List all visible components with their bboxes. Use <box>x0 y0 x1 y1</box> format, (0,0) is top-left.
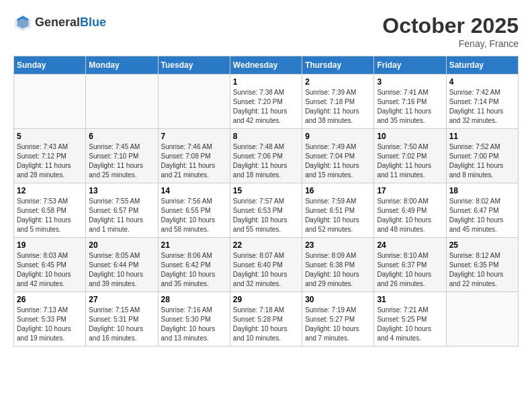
calendar-cell-w2-d2: 6Sunrise: 7:45 AM Sunset: 7:10 PM Daylig… <box>86 129 158 183</box>
day-info: Sunrise: 8:00 AM Sunset: 6:49 PM Dayligh… <box>377 197 443 234</box>
day-number: 10 <box>377 132 443 141</box>
day-number: 24 <box>377 240 443 250</box>
calendar-cell-w1-d4: 1Sunrise: 7:38 AM Sunset: 7:20 PM Daylig… <box>230 75 302 129</box>
day-info: Sunrise: 7:21 AM Sunset: 5:25 PM Dayligh… <box>377 306 443 343</box>
day-info: Sunrise: 7:15 AM Sunset: 5:31 PM Dayligh… <box>89 306 154 343</box>
logo-blue: Blue <box>80 15 106 29</box>
calendar-cell-w2-d7: 11Sunrise: 7:52 AM Sunset: 7:00 PM Dayli… <box>446 129 518 183</box>
calendar-cell-w5-d1: 26Sunrise: 7:13 AM Sunset: 5:33 PM Dayli… <box>14 292 86 347</box>
calendar-cell-w4-d5: 23Sunrise: 8:09 AM Sunset: 6:38 PM Dayli… <box>302 238 374 292</box>
day-number: 27 <box>89 295 154 304</box>
calendar-cell-w4-d1: 19Sunrise: 8:03 AM Sunset: 6:45 PM Dayli… <box>14 238 86 292</box>
day-number: 19 <box>17 240 83 250</box>
col-friday: Friday <box>374 56 446 75</box>
day-number: 25 <box>449 240 515 250</box>
day-info: Sunrise: 7:16 AM Sunset: 5:30 PM Dayligh… <box>161 306 227 343</box>
day-number: 9 <box>305 132 371 141</box>
logo-icon <box>13 13 32 32</box>
day-number: 15 <box>233 186 299 195</box>
day-info: Sunrise: 7:42 AM Sunset: 7:14 PM Dayligh… <box>449 88 515 126</box>
location: Fenay, France <box>382 38 519 49</box>
calendar-cell-w2-d5: 9Sunrise: 7:49 AM Sunset: 7:04 PM Daylig… <box>302 129 374 183</box>
calendar-week-3: 12Sunrise: 7:53 AM Sunset: 6:58 PM Dayli… <box>14 183 519 238</box>
day-info: Sunrise: 8:05 AM Sunset: 6:44 PM Dayligh… <box>89 251 154 289</box>
day-number: 2 <box>305 77 371 87</box>
day-number: 14 <box>161 186 227 195</box>
day-info: Sunrise: 7:13 AM Sunset: 5:33 PM Dayligh… <box>17 306 83 343</box>
day-number: 12 <box>17 186 83 195</box>
day-info: Sunrise: 7:19 AM Sunset: 5:27 PM Dayligh… <box>305 306 371 343</box>
calendar-cell-w3-d7: 18Sunrise: 8:02 AM Sunset: 6:47 PM Dayli… <box>446 183 518 238</box>
day-number: 11 <box>449 132 515 141</box>
calendar-cell-w4-d7: 25Sunrise: 8:12 AM Sunset: 6:35 PM Dayli… <box>446 238 518 292</box>
day-info: Sunrise: 7:38 AM Sunset: 7:20 PM Dayligh… <box>233 88 299 126</box>
calendar-cell-w3-d5: 16Sunrise: 7:59 AM Sunset: 6:51 PM Dayli… <box>302 183 374 238</box>
calendar-cell-w4-d2: 20Sunrise: 8:05 AM Sunset: 6:44 PM Dayli… <box>86 238 158 292</box>
day-number: 26 <box>17 295 83 304</box>
calendar-cell-w2-d4: 8Sunrise: 7:48 AM Sunset: 7:06 PM Daylig… <box>230 129 302 183</box>
title-block: October 2025 Fenay, France <box>382 13 519 49</box>
day-info: Sunrise: 7:56 AM Sunset: 6:55 PM Dayligh… <box>161 197 227 234</box>
day-number: 1 <box>233 77 299 87</box>
col-monday: Monday <box>86 56 158 75</box>
logo-general: General <box>35 15 80 29</box>
day-info: Sunrise: 8:10 AM Sunset: 6:37 PM Dayligh… <box>377 251 443 289</box>
day-number: 5 <box>17 132 83 141</box>
day-number: 23 <box>305 240 371 250</box>
logo-text-block: GeneralBlue <box>35 16 106 30</box>
col-saturday: Saturday <box>446 56 518 75</box>
calendar: Sunday Monday Tuesday Wednesday Thursday… <box>13 56 519 347</box>
day-number: 16 <box>305 186 371 195</box>
col-tuesday: Tuesday <box>158 56 230 75</box>
calendar-cell-w5-d2: 27Sunrise: 7:15 AM Sunset: 5:31 PM Dayli… <box>86 292 158 347</box>
calendar-week-1: 1Sunrise: 7:38 AM Sunset: 7:20 PM Daylig… <box>14 75 519 129</box>
calendar-cell-w3-d2: 13Sunrise: 7:55 AM Sunset: 6:57 PM Dayli… <box>86 183 158 238</box>
col-thursday: Thursday <box>302 56 374 75</box>
day-info: Sunrise: 7:45 AM Sunset: 7:10 PM Dayligh… <box>89 142 154 180</box>
page-header: GeneralBlue October 2025 Fenay, France <box>13 13 519 49</box>
calendar-cell-w5-d7 <box>446 292 518 347</box>
day-number: 18 <box>449 186 515 195</box>
day-number: 4 <box>449 77 515 87</box>
day-number: 17 <box>377 186 443 195</box>
calendar-cell-w1-d3 <box>158 75 230 129</box>
calendar-cell-w3-d3: 14Sunrise: 7:56 AM Sunset: 6:55 PM Dayli… <box>158 183 230 238</box>
calendar-cell-w1-d6: 3Sunrise: 7:41 AM Sunset: 7:16 PM Daylig… <box>374 75 446 129</box>
day-info: Sunrise: 7:53 AM Sunset: 6:58 PM Dayligh… <box>17 197 83 234</box>
day-info: Sunrise: 8:12 AM Sunset: 6:35 PM Dayligh… <box>449 251 515 289</box>
calendar-cell-w3-d4: 15Sunrise: 7:57 AM Sunset: 6:53 PM Dayli… <box>230 183 302 238</box>
day-number: 31 <box>377 295 443 304</box>
calendar-week-5: 26Sunrise: 7:13 AM Sunset: 5:33 PM Dayli… <box>14 292 519 347</box>
calendar-cell-w1-d7: 4Sunrise: 7:42 AM Sunset: 7:14 PM Daylig… <box>446 75 518 129</box>
calendar-cell-w4-d6: 24Sunrise: 8:10 AM Sunset: 6:37 PM Dayli… <box>374 238 446 292</box>
calendar-cell-w5-d3: 28Sunrise: 7:16 AM Sunset: 5:30 PM Dayli… <box>158 292 230 347</box>
day-number: 28 <box>161 295 227 304</box>
day-number: 3 <box>377 77 443 87</box>
day-number: 20 <box>89 240 154 250</box>
day-info: Sunrise: 7:41 AM Sunset: 7:16 PM Dayligh… <box>377 88 443 126</box>
day-info: Sunrise: 7:55 AM Sunset: 6:57 PM Dayligh… <box>89 197 154 234</box>
day-number: 13 <box>89 186 154 195</box>
calendar-cell-w5-d6: 31Sunrise: 7:21 AM Sunset: 5:25 PM Dayli… <box>374 292 446 347</box>
day-info: Sunrise: 7:50 AM Sunset: 7:02 PM Dayligh… <box>377 142 443 180</box>
day-number: 30 <box>305 295 371 304</box>
day-info: Sunrise: 7:18 AM Sunset: 5:28 PM Dayligh… <box>233 306 299 343</box>
col-wednesday: Wednesday <box>230 56 302 75</box>
day-number: 8 <box>233 132 299 141</box>
calendar-week-2: 5Sunrise: 7:43 AM Sunset: 7:12 PM Daylig… <box>14 129 519 183</box>
day-info: Sunrise: 7:52 AM Sunset: 7:00 PM Dayligh… <box>449 142 515 180</box>
day-number: 7 <box>161 132 227 141</box>
calendar-cell-w4-d4: 22Sunrise: 8:07 AM Sunset: 6:40 PM Dayli… <box>230 238 302 292</box>
calendar-cell-w3-d1: 12Sunrise: 7:53 AM Sunset: 6:58 PM Dayli… <box>14 183 86 238</box>
calendar-cell-w3-d6: 17Sunrise: 8:00 AM Sunset: 6:49 PM Dayli… <box>374 183 446 238</box>
calendar-cell-w1-d1 <box>14 75 86 129</box>
day-number: 22 <box>233 240 299 250</box>
day-info: Sunrise: 8:06 AM Sunset: 6:42 PM Dayligh… <box>161 251 227 289</box>
day-info: Sunrise: 7:48 AM Sunset: 7:06 PM Dayligh… <box>233 142 299 180</box>
calendar-header-row: Sunday Monday Tuesday Wednesday Thursday… <box>14 56 519 75</box>
day-info: Sunrise: 8:07 AM Sunset: 6:40 PM Dayligh… <box>233 251 299 289</box>
calendar-cell-w2-d6: 10Sunrise: 7:50 AM Sunset: 7:02 PM Dayli… <box>374 129 446 183</box>
day-info: Sunrise: 7:49 AM Sunset: 7:04 PM Dayligh… <box>305 142 371 180</box>
calendar-cell-w5-d4: 29Sunrise: 7:18 AM Sunset: 5:28 PM Dayli… <box>230 292 302 347</box>
day-number: 6 <box>89 132 154 141</box>
